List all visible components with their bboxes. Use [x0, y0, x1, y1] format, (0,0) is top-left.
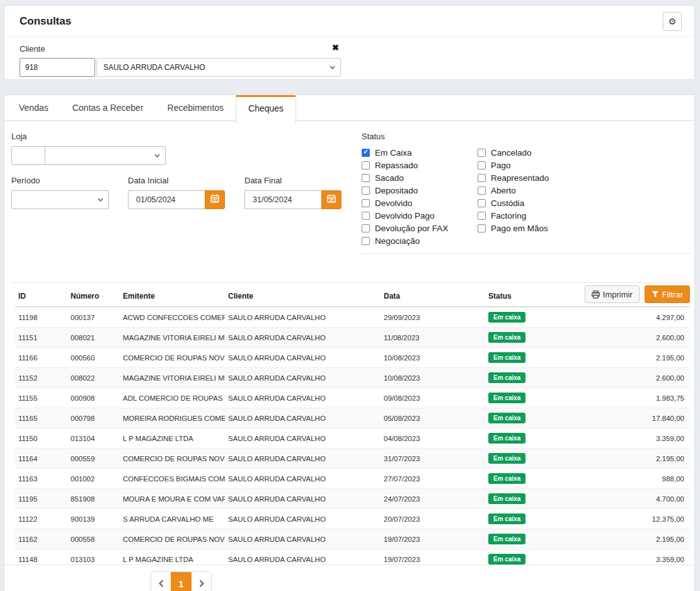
- printer-icon: [592, 290, 600, 299]
- status-badge: Em caixa: [488, 453, 525, 464]
- status-checkbox-item[interactable]: Sacado: [362, 171, 478, 184]
- checkbox-icon: [362, 186, 370, 195]
- imprimir-button[interactable]: Imprimir: [585, 285, 640, 303]
- status-checkbox-item[interactable]: Devolução por FAX: [362, 222, 478, 234]
- table-row[interactable]: 11150 013104 L P MAGAZINE LTDA SAULO ARR…: [15, 428, 689, 449]
- loja-code-input[interactable]: [11, 146, 45, 165]
- cell-id: 11164: [15, 449, 67, 469]
- status-label: Status: [362, 132, 691, 141]
- status-column-2: Cancelado Pago Reapresentado: [478, 146, 691, 247]
- cell-data: 31/07/2023: [381, 449, 485, 469]
- loja-label: Loja: [11, 132, 166, 141]
- tab[interactable]: Recebimentos: [156, 95, 236, 120]
- table-row[interactable]: 11165 000798 MOREIRA RODRIGUES COME… SAU…: [15, 408, 689, 428]
- periodo-select[interactable]: [11, 190, 109, 209]
- cell-data: 24/07/2023: [381, 489, 485, 509]
- cell-numero: 000558: [67, 529, 120, 549]
- cell-emitente: CONFECCOES BIGMAIS COM…: [120, 469, 225, 489]
- table-row[interactable]: 11195 851908 MOURA E MOURA E COM VAR… SA…: [15, 489, 689, 509]
- data-final-input[interactable]: [244, 190, 321, 209]
- status-checkbox-item[interactable]: Devolvido Pago: [362, 209, 478, 222]
- cell-id: 11151: [15, 328, 67, 348]
- table-row[interactable]: 11122 900139 S ARRUDA CARVALHO ME SAULO …: [15, 509, 689, 529]
- chevron-right-icon: [199, 578, 204, 590]
- cell-valor: 12.375,00: [590, 509, 689, 529]
- client-select[interactable]: SAULO ARRUDA CARVALHO: [96, 58, 341, 77]
- prev-page-button[interactable]: [151, 572, 171, 591]
- settings-button[interactable]: ⚙: [663, 12, 682, 31]
- table-row[interactable]: 11198 000137 ACWD CONFECCOES COMER… SAUL…: [15, 307, 689, 328]
- cell-numero: 013104: [67, 428, 120, 449]
- cell-data: 27/07/2023: [381, 469, 485, 489]
- cell-numero: 900139: [67, 509, 120, 529]
- table-row[interactable]: 11151 008021 MAGAZINE VITORIA EIRELI ME …: [15, 328, 689, 348]
- status-checkbox-item[interactable]: Reapresentado: [478, 171, 691, 184]
- clear-client-icon[interactable]: ✖: [332, 43, 339, 52]
- status-badge: Em caixa: [488, 352, 525, 363]
- table-row[interactable]: 11155 000908 ADL COMERCIO DE ROUPAS … SA…: [15, 388, 689, 408]
- client-label: Cliente: [20, 44, 694, 54]
- actions-row: Imprimir Filtrar: [585, 285, 690, 303]
- filtrar-button[interactable]: Filtrar: [645, 285, 690, 303]
- table-row[interactable]: 11163 001002 CONFECCOES BIGMAIS COM… SAU…: [15, 469, 689, 489]
- status-checkbox-item[interactable]: Custódia: [478, 197, 691, 209]
- next-page-button[interactable]: [192, 572, 211, 591]
- cell-id: 11155: [15, 388, 67, 408]
- cell-cliente: SAULO ARRUDA CARVALHO: [225, 449, 381, 469]
- tab[interactable]: Cheques: [236, 95, 296, 124]
- table-row[interactable]: 11164 000559 COMERCIO DE ROUPAS NOV… SAU…: [15, 449, 689, 469]
- cell-data: 05/08/2023: [381, 408, 485, 428]
- data-inicial-input[interactable]: [128, 190, 205, 209]
- cell-data: 09/08/2023: [381, 388, 485, 408]
- cell-status: Em caixa: [485, 449, 590, 469]
- status-checkbox-item[interactable]: Negociação: [362, 234, 478, 247]
- status-checkbox-item[interactable]: Aberto: [478, 184, 691, 197]
- col-header-data[interactable]: Data: [381, 285, 485, 307]
- status-checkbox-item[interactable]: Repassado: [362, 159, 478, 171]
- cell-emitente: MOREIRA RODRIGUES COME…: [120, 408, 225, 428]
- col-header-cliente[interactable]: Cliente: [225, 285, 381, 307]
- checkbox-icon: [362, 174, 370, 182]
- cell-cliente: SAULO ARRUDA CARVALHO: [225, 509, 381, 529]
- col-header-id[interactable]: ID: [15, 285, 67, 307]
- cell-cliente: SAULO ARRUDA CARVALHO: [225, 469, 381, 489]
- status-checkbox-item[interactable]: Depositado: [362, 184, 478, 197]
- status-checkbox-item[interactable]: Devolvido: [362, 197, 478, 209]
- cell-valor: 988,00: [590, 469, 689, 489]
- table-row[interactable]: 11152 008022 MAGAZINE VITORIA EIRELI ME …: [15, 368, 689, 388]
- tab-bar: Vendas Contas a Receber Recebimentos Che…: [4, 95, 694, 121]
- table-row[interactable]: 11162 000558 COMERCIO DE ROUPAS NOV… SAU…: [15, 529, 689, 549]
- data-final-calendar-button[interactable]: [321, 190, 341, 209]
- checkbox-icon: [362, 199, 370, 207]
- cell-cliente: SAULO ARRUDA CARVALHO: [225, 529, 381, 549]
- data-inicial-calendar-button[interactable]: [205, 190, 225, 209]
- cell-status: Em caixa: [485, 509, 590, 529]
- col-header-numero[interactable]: Número: [67, 285, 120, 307]
- status-checkbox-item[interactable]: Pago em Mãos: [478, 222, 691, 234]
- cell-cliente: SAULO ARRUDA CARVALHO: [225, 348, 381, 368]
- calendar-icon: [327, 194, 336, 205]
- cell-emitente: S ARRUDA CARVALHO ME: [120, 509, 225, 529]
- client-code-input[interactable]: [20, 58, 95, 77]
- cell-status: Em caixa: [485, 388, 590, 408]
- page-number-button[interactable]: 1: [171, 572, 192, 591]
- cell-data: 10/08/2023: [381, 348, 485, 368]
- chevron-down-icon: [330, 66, 335, 69]
- checkbox-icon: [478, 212, 486, 220]
- status-checkbox-item[interactable]: Em Caixa: [362, 146, 478, 159]
- cell-cliente: SAULO ARRUDA CARVALHO: [225, 388, 381, 408]
- status-checkbox-item[interactable]: Factoring: [478, 209, 691, 222]
- cell-valor: 2.600,00: [590, 368, 689, 388]
- status-checkbox-item[interactable]: Cancelado: [478, 146, 691, 159]
- loja-select[interactable]: [45, 146, 166, 165]
- tab[interactable]: Vendas: [7, 95, 60, 120]
- status-checkbox-item[interactable]: Pago: [478, 159, 691, 171]
- cell-id: 11150: [15, 428, 67, 449]
- cell-status: Em caixa: [485, 408, 590, 428]
- checkbox-icon: [362, 212, 370, 220]
- tab[interactable]: Contas a Receber: [60, 95, 156, 120]
- cell-numero: 000560: [67, 348, 120, 368]
- col-header-emitente[interactable]: Emitente: [120, 285, 225, 307]
- table-row[interactable]: 11166 000560 COMERCIO DE ROUPAS NOV… SAU…: [15, 348, 689, 368]
- col-header-status[interactable]: Status: [485, 285, 590, 307]
